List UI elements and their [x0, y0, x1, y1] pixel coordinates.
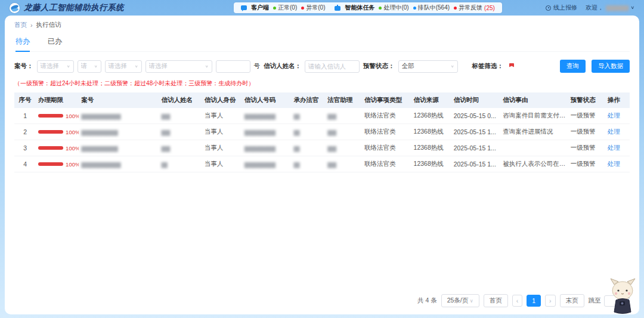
redacted-judge: ██ [293, 162, 299, 168]
status-dot-icon [273, 7, 276, 10]
status-item: 正常(0) [273, 4, 297, 12]
status-item: 处理中(0) [379, 4, 408, 12]
cell-seq: 3 [14, 140, 36, 156]
next-page-button[interactable]: › [545, 295, 556, 307]
deadline-progress: 100% [38, 145, 76, 152]
last-page-button[interactable]: 末页 [560, 294, 584, 307]
cell-progress_pct: 100% [36, 140, 79, 156]
cell-petitioner: ███ [159, 108, 202, 124]
assistant-mascot[interactable] [608, 277, 638, 314]
handle-link[interactable]: 处理 [608, 144, 620, 151]
chevron-down-icon: ∨ [135, 64, 138, 68]
cell-reason: 查询案件进展情况 [500, 124, 568, 140]
cell-source: 12368热线 [411, 124, 451, 140]
handle-link[interactable]: 处理 [608, 128, 620, 135]
cell-time: 2025-05-15 1... [451, 140, 501, 156]
case-serial-input[interactable] [219, 63, 247, 70]
cell-petitioner: ███ [159, 140, 202, 156]
petitioner-name-input[interactable] [308, 63, 356, 70]
breadcrumb-current: 执行信访 [36, 21, 61, 29]
cell-type: 联络法官类 [362, 156, 411, 172]
progress-bar [38, 130, 63, 134]
petition-table: 序号办理期限案号信访人姓名信访人身份信访人号码承办法官法官助理信访事项类型信访来… [14, 92, 630, 172]
redacted-judge: ██ [293, 114, 299, 119]
app-logo-icon [10, 3, 20, 13]
app-title: 龙藤人工智能辅助执行系统 [24, 2, 124, 13]
redacted-phone: ███████████ [244, 130, 275, 135]
tab-pending[interactable]: 待办 [16, 36, 30, 47]
prev-page-button[interactable]: ‹ [512, 295, 523, 307]
redacted-case_no: █████████████ [81, 146, 117, 152]
status-dot-icon [413, 7, 416, 10]
filter-row: 案号： 请选择∨ 请∨ 请选择∨ 请选择∨ 号 信访人姓名： 预警状态： 全部∨… [14, 60, 630, 73]
breadcrumb-home[interactable]: 首页 [14, 21, 27, 29]
import-data-button[interactable]: 导入数据 [592, 60, 630, 73]
column-header: 操作 [605, 92, 630, 108]
status-item-text: 正常(0) [278, 4, 297, 12]
breadcrumb: 首页 › 执行信访 [14, 21, 630, 29]
warning-status-select[interactable]: 全部∨ [398, 60, 458, 73]
table-header: 序号办理期限案号信访人姓名信访人身份信访人号码承办法官法官助理信访事项类型信访来… [14, 92, 630, 108]
column-header: 信访人姓名 [159, 92, 202, 108]
page-size-select[interactable]: 25条/页∨ [441, 294, 479, 307]
warning-status-label: 预警状态： [363, 62, 395, 70]
user-menu[interactable]: 欢迎， ████████ ∨ [586, 4, 634, 12]
case-serial-input-wrap [216, 60, 250, 73]
progress-bar [38, 162, 63, 166]
column-header: 承办法官 [291, 92, 325, 108]
column-header: 信访人号码 [242, 92, 292, 108]
case-court-select[interactable]: 请选择∨ [37, 60, 74, 73]
pagination: 共 4 条 25条/页∨ 首页 ‹ 1 › 末页 跳至 页 [417, 294, 630, 307]
status-item: 异常反馈(25) [454, 4, 495, 12]
column-header: 案号 [79, 92, 159, 108]
app-header: 龙藤人工智能辅助执行系统 客户端正常(0)异常(0)智能体任务处理中(0)排队中… [0, 0, 644, 16]
cell-time: 2025-05-15 0... [451, 108, 501, 124]
cell-type: 联络法官类 [362, 124, 411, 140]
column-header: 信访人身份 [202, 92, 242, 108]
case-code-select[interactable]: 请选择∨ [105, 60, 142, 73]
cell-type: 联络法官类 [362, 108, 411, 124]
cell-case_no: █████████████ [79, 124, 159, 140]
column-header: 办理期限 [36, 92, 79, 108]
online-repair-link[interactable]: 线上报修 [546, 4, 577, 12]
cell-judge: ██ [291, 140, 325, 156]
repair-label: 线上报修 [553, 4, 577, 12]
progress-bar [38, 114, 63, 118]
cell-source: 12368热线 [411, 156, 451, 172]
cell-identity: 当事人 [202, 124, 242, 140]
column-header: 信访时间 [451, 92, 501, 108]
handle-link[interactable]: 处理 [608, 112, 620, 119]
welcome-text: 欢迎， [586, 4, 603, 12]
redacted-assistant: ███ [327, 114, 336, 119]
page-1-button[interactable]: 1 [527, 295, 541, 307]
cell-progress_pct: 100% [36, 108, 79, 124]
breadcrumb-separator: › [30, 21, 33, 29]
case-no-label: 案号： [14, 62, 33, 70]
redacted-phone: ███████████ [244, 114, 275, 119]
status-item: 排队中(564) [413, 4, 450, 12]
handle-link[interactable]: 处理 [608, 160, 620, 167]
cell-judge: ██ [291, 124, 325, 140]
status-item-text: 异常(0) [306, 4, 325, 12]
search-button[interactable]: 查询 [560, 60, 586, 73]
redacted-case_no: ██████████████ [81, 114, 120, 119]
chat-icon [241, 5, 247, 10]
column-header: 信访事项类型 [362, 92, 411, 108]
column-header: 法官助理 [325, 92, 362, 108]
petitioner-name-label: 信访人姓名： [264, 62, 301, 70]
case-type-select[interactable]: 请选择∨ [145, 60, 212, 73]
redacted-assistant: ███ [327, 146, 336, 152]
first-page-button[interactable]: 首页 [484, 294, 508, 307]
cell-petitioner: ██ [159, 156, 202, 172]
cell-case_no: █████████████ [79, 140, 159, 156]
cell-case_no: ██████████████ [79, 156, 159, 172]
cell-reason: 咨询案件目前需支付的... [500, 108, 568, 124]
tag-flag-icon[interactable] [509, 63, 515, 70]
redacted-petitioner: ███ [162, 130, 170, 135]
brand: 龙藤人工智能辅助执行系统 [10, 2, 124, 13]
jump-prefix: 跳至 [589, 297, 601, 305]
case-year-select[interactable]: 请∨ [78, 60, 101, 73]
tab-done[interactable]: 已办 [48, 36, 62, 47]
warning-note: （一级预警：超过24小时未处理；二级预警：超过48小时未处理；三级预警：生成待办… [14, 79, 630, 88]
status-group-label: 客户端 [251, 4, 269, 12]
